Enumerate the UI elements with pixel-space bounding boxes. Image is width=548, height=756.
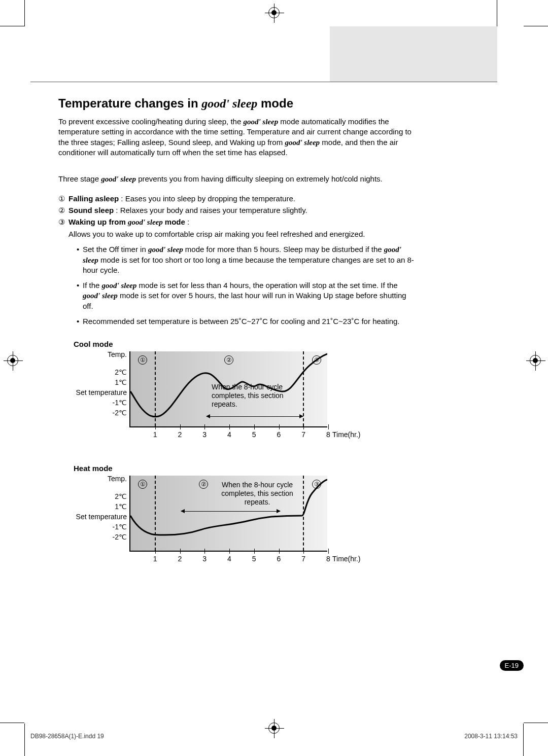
x-tick: [180, 549, 181, 554]
crop-mark: [0, 26, 24, 26]
note-item: • Recommended set temperature is between…: [77, 316, 415, 327]
x-tick: [229, 549, 230, 554]
x-tick: [328, 424, 329, 429]
note-item: • If the good' sleep mode is set for les…: [77, 280, 415, 311]
x-tick-label: 3: [199, 430, 210, 439]
stage-divider: [303, 476, 304, 551]
registration-mark-icon: [268, 7, 280, 18]
x-tick: [204, 424, 205, 429]
x-tick-label: 5: [249, 555, 259, 563]
x-tick: [254, 424, 255, 429]
title-pre: Temperature changes in: [58, 96, 201, 110]
x-tick-label: 7: [298, 430, 309, 439]
stage-2: ② Sound sleep : Relaxes your body and ra…: [58, 205, 415, 215]
x-tick: [155, 549, 156, 554]
stage-divider: [155, 476, 156, 551]
stage-mark-3: ③: [312, 480, 321, 489]
heat-plot: ① ② ③ When the 8-hour cycle completes, t…: [129, 476, 327, 552]
header-rule: [30, 82, 414, 82]
x-tick-label: 4: [224, 430, 234, 439]
x-tick: [303, 549, 304, 554]
repeat-range-arrow-icon: [181, 511, 280, 512]
x-tick-label: 2: [175, 430, 185, 439]
x-tick-label: 4: [224, 555, 234, 563]
title-post: mode: [257, 96, 293, 110]
cool-chart-section: Cool mode Temp. 2℃ 1℃ Set temperature -1…: [58, 340, 415, 443]
intro-paragraph: To prevent excessive cooling/heating dur…: [58, 117, 415, 158]
goodsleep-term: good' sleep: [201, 97, 257, 110]
crop-mark: [523, 724, 524, 756]
x-tick: [303, 424, 304, 429]
stage-list: ① Falling asleep : Eases you into sleep …: [58, 193, 415, 239]
crop-mark: [24, 724, 25, 756]
stage-mark-1: ①: [138, 355, 147, 365]
cool-chart: Temp. 2℃ 1℃ Set temperature -1℃ -2℃ ① ② …: [74, 351, 358, 443]
page-number-badge: E-19: [500, 660, 524, 671]
x-tick-label: 1: [150, 555, 160, 563]
note-item: • Set the Off timer in good' sleep mode …: [77, 244, 415, 275]
stage-divider: [155, 351, 156, 426]
stage-mark-2: ②: [224, 355, 233, 365]
registration-mark-icon: [268, 723, 280, 734]
crop-mark: [524, 723, 548, 723]
page-tab-decor: [330, 26, 497, 82]
x-tick-label: 6: [274, 430, 284, 439]
x-tick: [204, 549, 205, 554]
x-axis-label: Time(hr.): [332, 555, 360, 563]
registration-mark-icon: [530, 355, 541, 366]
stage-mark-2: ②: [199, 480, 208, 489]
x-tick-label: 3: [199, 555, 210, 563]
x-tick: [180, 424, 181, 429]
x-tick: [229, 424, 230, 429]
heat-chart-section: Heat mode Temp. 2℃ 1℃ Set temperature -1…: [58, 464, 415, 567]
page-title: Temperature changes in good' sleep mode: [58, 96, 415, 111]
cool-chart-title: Cool mode: [74, 340, 415, 348]
repeat-range-arrow-icon: [207, 416, 303, 417]
crop-mark: [0, 723, 24, 723]
print-timestamp: 2008-3-11 13:14:53: [464, 733, 518, 740]
stage-3-sub: Allows you to wake up to comfortable cri…: [58, 229, 415, 239]
print-footer: DB98-28658A(1)-E.indd 19 2008-3-11 13:14…: [30, 733, 518, 740]
heat-chart: Temp. 2℃ 1℃ Set temperature -1℃ -2℃ ① ② …: [74, 476, 358, 567]
x-tick-label: 5: [249, 430, 259, 439]
crop-mark: [497, 0, 497, 26]
doc-id: DB98-28658A(1)-E.indd 19: [30, 733, 104, 740]
registration-mark-icon: [7, 355, 18, 366]
x-tick: [254, 549, 255, 554]
x-tick: [279, 549, 280, 554]
x-tick-label: 8: [323, 555, 333, 563]
x-tick-label: 7: [298, 555, 309, 563]
stage-mark-1: ①: [138, 480, 147, 489]
repeat-note: When the 8-hour cycle completes, this se…: [212, 481, 303, 506]
notes-list: • Set the Off timer in good' sleep mode …: [77, 244, 415, 327]
x-tick: [279, 424, 280, 429]
x-tick-label: 8: [323, 430, 333, 439]
x-tick-label: 6: [274, 555, 284, 563]
x-axis-label: Time(hr.): [332, 430, 360, 439]
crop-mark: [524, 26, 548, 26]
stage-intro: Three stage good' sleep prevents you fro…: [58, 174, 415, 184]
repeat-note: When the 8-hour cycle completes, this se…: [212, 383, 303, 408]
crop-mark: [24, 0, 25, 26]
x-tick-label: 1: [150, 430, 160, 439]
page-content: Temperature changes in good' sleep mode …: [58, 96, 415, 567]
stage-3: ③ Waking up from good' sleep mode :: [58, 217, 415, 228]
stage-1: ① Falling asleep : Eases you into sleep …: [58, 193, 415, 204]
cool-plot: ① ② ③ When the 8-hour cycle completes, t…: [129, 351, 327, 427]
stage-mark-3: ③: [312, 355, 321, 365]
x-tick: [155, 424, 156, 429]
x-tick: [328, 549, 329, 554]
x-tick-label: 2: [175, 555, 185, 563]
heat-chart-title: Heat mode: [74, 464, 415, 473]
